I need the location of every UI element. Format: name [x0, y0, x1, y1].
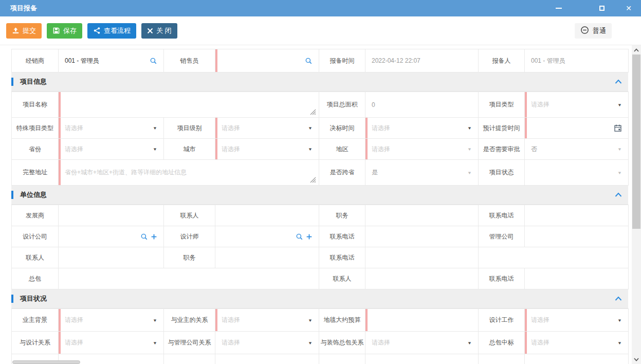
- form-section-table: 发展商联系人职务联系电话设计公司设计师联系电话管理公司联系人职务联系电话总包联系…: [11, 205, 629, 289]
- view-flow-button[interactable]: 查看流程: [87, 23, 136, 39]
- full-address-textarea[interactable]: 省份+城市+地区+街道、路等详细的地址信息: [59, 160, 319, 186]
- designer-phone-input[interactable]: [365, 226, 479, 247]
- priority-button[interactable]: 普通: [575, 23, 612, 39]
- management-contact-position-input[interactable]: [215, 247, 319, 268]
- project-form: 经销商001 - 管理员销售员报备时间2022-04-12 22:07报备人00…: [11, 49, 628, 364]
- design-work-select[interactable]: 请选择▼: [525, 309, 629, 332]
- dropdown-arrow-icon: ▼: [308, 126, 313, 131]
- field-label: 决标时间: [319, 118, 365, 139]
- developer-contact-phone-input[interactable]: [525, 205, 629, 226]
- close-button[interactable]: 关 闭: [141, 23, 177, 39]
- share-flow-icon: [93, 27, 101, 34]
- empty-cell: [479, 247, 629, 268]
- general-contractor-phone-input[interactable]: [525, 268, 629, 289]
- search-icon[interactable]: [150, 57, 157, 65]
- dropdown-arrow-icon: ▼: [308, 340, 313, 345]
- field-label: 总包: [12, 268, 59, 289]
- scroll-down-button[interactable]: [632, 355, 641, 364]
- section-accent-bar: [11, 295, 13, 303]
- salesperson-lookup-input[interactable]: [215, 49, 319, 72]
- design-relation-select[interactable]: 请选择▼: [59, 332, 164, 354]
- expected-delivery-time-date-input[interactable]: [525, 118, 629, 139]
- minimize-button[interactable]: [554, 3, 564, 13]
- horizontal-scroll-thumb[interactable]: [12, 360, 80, 364]
- province-select[interactable]: 请选择▼: [59, 139, 164, 160]
- add-icon[interactable]: [306, 233, 313, 240]
- cross-province-select: 是▼: [365, 160, 479, 186]
- maximize-button[interactable]: [597, 3, 607, 13]
- resize-handle-icon: [310, 110, 316, 117]
- save-button[interactable]: 保存: [47, 23, 82, 39]
- form-row: 总包联系人联系电话: [12, 268, 629, 289]
- close-window-button[interactable]: ✕: [624, 3, 634, 13]
- management-contact-input[interactable]: [59, 247, 164, 268]
- save-icon: [52, 27, 60, 34]
- project-name-textarea[interactable]: [59, 92, 319, 118]
- management-company-input[interactable]: [525, 226, 629, 247]
- collapse-chevron-up-icon[interactable]: [615, 193, 622, 197]
- search-icon[interactable]: [140, 233, 148, 241]
- project-level-select[interactable]: 请选择▼: [215, 118, 319, 139]
- minus-circle-icon: [580, 26, 589, 36]
- owner-background-select[interactable]: 请选择▼: [59, 309, 164, 332]
- section-title: 项目信息: [20, 77, 47, 86]
- collapse-chevron-up-icon[interactable]: [615, 297, 622, 301]
- search-icon[interactable]: [296, 233, 303, 241]
- form-row: 项目名称项目总面积0项目类型请选择▼: [12, 92, 629, 118]
- field-label: 联系电话: [479, 205, 525, 226]
- designer-lookup-input[interactable]: [215, 226, 319, 247]
- developer-input[interactable]: [59, 205, 164, 226]
- field-label: [164, 354, 215, 364]
- window-titlebar: 项目报备 ✕: [0, 0, 641, 16]
- developer-contact-position-input[interactable]: [365, 205, 479, 226]
- field-label: 联系人: [164, 205, 215, 226]
- city-select[interactable]: 请选择▼: [215, 139, 319, 160]
- vertical-scrollbar[interactable]: [632, 45, 641, 364]
- general-contractor-contact-input[interactable]: [365, 268, 479, 289]
- dropdown-arrow-icon: ▼: [617, 102, 622, 107]
- collapse-chevron-up-icon[interactable]: [615, 80, 622, 84]
- form-row: 经销商001 - 管理员销售员报备时间2022-04-12 22:07报备人00…: [12, 49, 629, 72]
- carpet-budget-input[interactable]: [365, 309, 479, 332]
- add-icon[interactable]: [151, 233, 157, 240]
- scroll-up-button[interactable]: [632, 45, 641, 54]
- special-project-type-select[interactable]: 请选择▼: [59, 118, 164, 139]
- field-label: 销售员: [164, 49, 215, 72]
- gc-win-select[interactable]: 请选择▼: [525, 332, 629, 354]
- search-icon[interactable]: [305, 57, 313, 65]
- dropdown-arrow-icon: ▼: [308, 147, 313, 152]
- management-relation-select[interactable]: 请选择▼: [215, 332, 319, 354]
- field-label: 职务: [319, 205, 365, 226]
- calendar-icon[interactable]: [614, 124, 622, 132]
- field-label: 联系电话: [319, 226, 365, 247]
- field-label: 项目类型: [479, 92, 525, 118]
- dropdown-arrow-icon: ▼: [617, 318, 622, 322]
- dropdown-arrow-icon: ▼: [153, 340, 157, 345]
- project-type-select[interactable]: 请选择▼: [525, 92, 629, 118]
- dropdown-arrow-icon: ▼: [467, 126, 472, 131]
- section-title: 单位信息: [20, 190, 47, 199]
- dealer-lookup-input[interactable]: 001 - 管理员: [59, 49, 164, 72]
- field-label: [479, 354, 525, 364]
- field-label: 是否需要审批: [479, 139, 525, 160]
- design-company-lookup-input[interactable]: [59, 226, 164, 247]
- field-label: 联系电话: [479, 268, 525, 289]
- form-row: 与设计关系请选择▼与管理公司关系请选择▼与装饰总包关系请选择▼总包中标请选择▼: [12, 332, 629, 354]
- decoration-gc-relation-select[interactable]: 请选择▼: [365, 332, 479, 354]
- section-accent-bar: [11, 78, 13, 86]
- submit-button[interactable]: 提交: [6, 23, 42, 39]
- owner-relation-select[interactable]: 请选择▼: [215, 309, 319, 332]
- dropdown-arrow-icon: ▼: [617, 340, 622, 345]
- general-contractor-input[interactable]: [59, 268, 319, 289]
- management-contact-phone-input[interactable]: [365, 247, 479, 268]
- decision-time-select[interactable]: 请选择▼: [365, 118, 479, 139]
- field-label: 职务: [164, 247, 215, 268]
- field-label: 联系人: [319, 268, 365, 289]
- vertical-scroll-thumb[interactable]: [632, 54, 640, 229]
- form-row: 业主背景请选择▼与业主的关系请选择▼地毯大约预算设计工作请选择▼: [12, 309, 629, 332]
- developer-contact-input[interactable]: [215, 205, 319, 226]
- field-label: 与装饰总包关系: [319, 332, 365, 354]
- resize-handle-icon: [310, 177, 316, 185]
- field-label: 设计工作: [479, 309, 525, 332]
- field-label: 经销商: [12, 49, 59, 72]
